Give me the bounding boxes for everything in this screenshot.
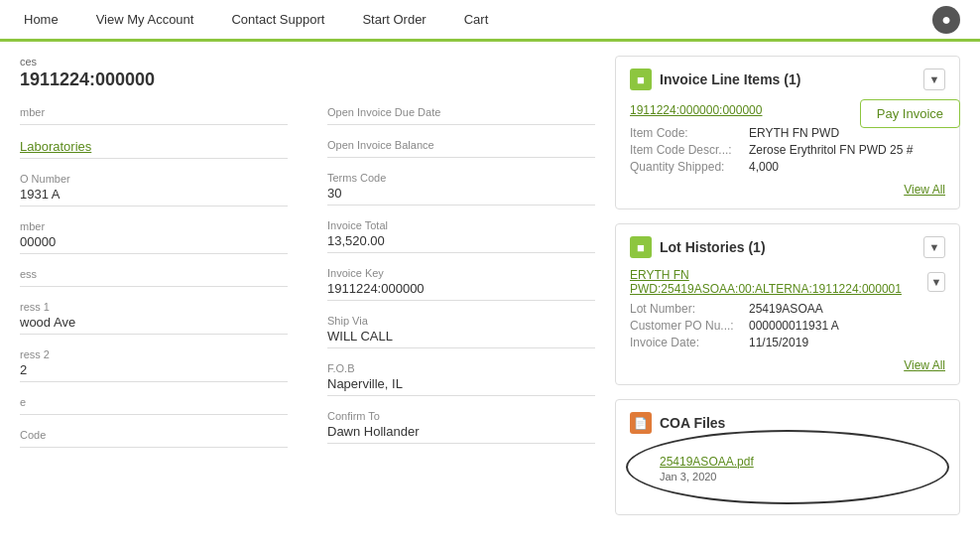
field-group: Terms Code 30: [327, 172, 595, 206]
invoice-sub-link[interactable]: 1911224:000000:000000: [630, 103, 762, 117]
card-title: ■ Invoice Line Items (1): [630, 69, 800, 90]
field-group: ess: [20, 268, 288, 287]
field-label: Code: [20, 429, 288, 441]
card-title: ■ Lot Histories (1): [630, 236, 766, 258]
nav-items: Home View My Account Contact Support Sta…: [20, 12, 932, 27]
form-col-right: Open Invoice Due Date Open Invoice Balan…: [327, 106, 595, 462]
field-label: Open Invoice Due Date: [327, 106, 595, 118]
breadcrumb: ces: [20, 56, 595, 68]
detail-row: Item Code Descr...: Zerose Erythritol FN…: [630, 143, 945, 157]
field-label: Terms Code: [327, 172, 595, 184]
sub-item-header: ERYTH FN PWD:25419ASOAA:00:ALTERNA:19112…: [630, 268, 945, 296]
field-label: O Number: [20, 173, 288, 185]
detail-label: Item Code Descr...:: [630, 143, 749, 157]
field-label: Open Invoice Balance: [327, 139, 595, 151]
field-label: mber: [20, 220, 288, 232]
coa-file-list: 25419ASOAA.pdf Jan 3, 2020: [630, 444, 945, 502]
field-group: Confirm To Dawn Hollander: [327, 410, 595, 444]
coa-file-date: Jan 3, 2020: [660, 471, 916, 482]
laboratories-link[interactable]: Laboratories: [20, 139, 288, 159]
pay-invoice-btn-area: Pay Invoice: [860, 99, 960, 128]
nav-item-home[interactable]: Home: [20, 12, 62, 27]
form-section: mber Laboratories O Number 1931 A mber 0…: [20, 106, 595, 462]
field-label: Confirm To: [327, 410, 595, 422]
left-panel: ces 1911224:000000 mber Laboratories O N…: [20, 56, 595, 537]
coa-files-card: 📄 COA Files 25419ASOAA.pdf Jan 3, 2020: [615, 399, 960, 515]
lot-histories-card: ■ Lot Histories (1) ▼ ERYTH FN PWD:25419…: [615, 223, 960, 385]
detail-val: ERYTH FN PWD: [749, 126, 839, 140]
field-value: [20, 120, 288, 125]
field-group: O Number 1931 A: [20, 173, 288, 207]
field-group: mber: [20, 106, 288, 125]
field-value: 00000: [20, 234, 288, 254]
field-value: Dawn Hollander: [327, 424, 595, 444]
field-group: e: [20, 396, 288, 415]
field-group: F.O.B Naperville, IL: [327, 362, 595, 396]
field-value: 2: [20, 362, 288, 382]
invoice-details: Item Code: ERYTH FN PWD Item Code Descr.…: [630, 126, 945, 174]
lot-sub-link[interactable]: ERYTH FN PWD:25419ASOAA:00:ALTERNA:19112…: [630, 268, 927, 296]
field-group: Code: [20, 429, 288, 448]
card-title-text: Lot Histories (1): [660, 239, 766, 255]
field-value: [327, 153, 595, 158]
detail-val: Zerose Erythritol FN PWD 25 #: [749, 143, 913, 157]
detail-label: Item Code:: [630, 126, 749, 140]
pay-invoice-button[interactable]: Pay Invoice: [860, 99, 960, 128]
page-title: 1911224:000000: [20, 69, 595, 90]
field-label: Ship Via: [327, 315, 595, 327]
field-value: Naperville, IL: [327, 376, 595, 396]
field-value: 30: [327, 186, 595, 206]
detail-row: Item Code: ERYTH FN PWD: [630, 126, 945, 140]
card-header: ■ Invoice Line Items (1) ▼: [630, 69, 945, 90]
field-group: ress 2 2: [20, 348, 288, 382]
detail-label: Invoice Date:: [630, 336, 749, 349]
detail-row: Quantity Shipped: 4,000: [630, 160, 945, 174]
field-label: F.O.B: [327, 362, 595, 374]
nav-item-cart[interactable]: Cart: [460, 12, 493, 27]
detail-label: Quantity Shipped:: [630, 160, 749, 174]
detail-val: 25419ASOAA: [749, 302, 823, 316]
field-value: [20, 410, 288, 415]
field-group: Ship Via WILL CALL: [327, 315, 595, 348]
field-group: mber 00000: [20, 220, 288, 254]
view-all-row: View All: [630, 182, 945, 197]
field-group: Open Invoice Balance: [327, 139, 595, 158]
main-container: ces 1911224:000000 mber Laboratories O N…: [0, 42, 980, 551]
field-label: Invoice Total: [327, 219, 595, 231]
lot-details: Lot Number: 25419ASOAA Customer PO Nu...…: [630, 302, 945, 349]
card-title-text: Invoice Line Items (1): [660, 71, 800, 87]
coa-file-link[interactable]: 25419ASOAA.pdf: [660, 455, 754, 469]
invoice-line-items-card: ■ Invoice Line Items (1) ▼ 1911224:00000…: [615, 56, 960, 209]
field-value: wood Ave: [20, 315, 288, 335]
coa-title-text: COA Files: [660, 415, 725, 431]
field-value: [20, 282, 288, 287]
field-label: ess: [20, 268, 288, 280]
lot-sub-dropdown[interactable]: ▼: [927, 272, 945, 292]
nav-item-contact-support[interactable]: Contact Support: [227, 12, 328, 27]
lot-view-all-link[interactable]: View All: [904, 358, 945, 372]
detail-row: Invoice Date: 11/15/2019: [630, 336, 945, 349]
invoice-view-all-link[interactable]: View All: [904, 183, 945, 197]
user-icon[interactable]: ●: [932, 6, 960, 34]
field-value: 1931 A: [20, 187, 288, 207]
field-label: Invoice Key: [327, 267, 595, 279]
field-group: Invoice Total 13,520.00: [327, 219, 595, 253]
card-header: ■ Lot Histories (1) ▼: [630, 236, 945, 258]
nav-item-view-my-account[interactable]: View My Account: [92, 12, 198, 27]
field-label: ress 1: [20, 301, 288, 313]
field-value: WILL CALL: [327, 329, 595, 348]
view-all-row: View All: [630, 357, 945, 372]
detail-label: Lot Number:: [630, 302, 749, 316]
invoice-card-dropdown[interactable]: ▼: [923, 69, 945, 90]
lot-card-dropdown[interactable]: ▼: [923, 236, 945, 258]
field-label: e: [20, 396, 288, 408]
field-value: [327, 120, 595, 125]
detail-val: 000000011931 A: [749, 319, 839, 333]
lot-icon: ■: [630, 236, 652, 258]
nav-bar: Home View My Account Contact Support Sta…: [0, 0, 980, 42]
detail-val: 4,000: [749, 160, 779, 174]
nav-item-start-order[interactable]: Start Order: [358, 12, 429, 27]
detail-label: Customer PO Nu...:: [630, 319, 749, 333]
coa-card-title: 📄 COA Files: [630, 412, 725, 434]
coa-card-header: 📄 COA Files: [630, 412, 945, 434]
